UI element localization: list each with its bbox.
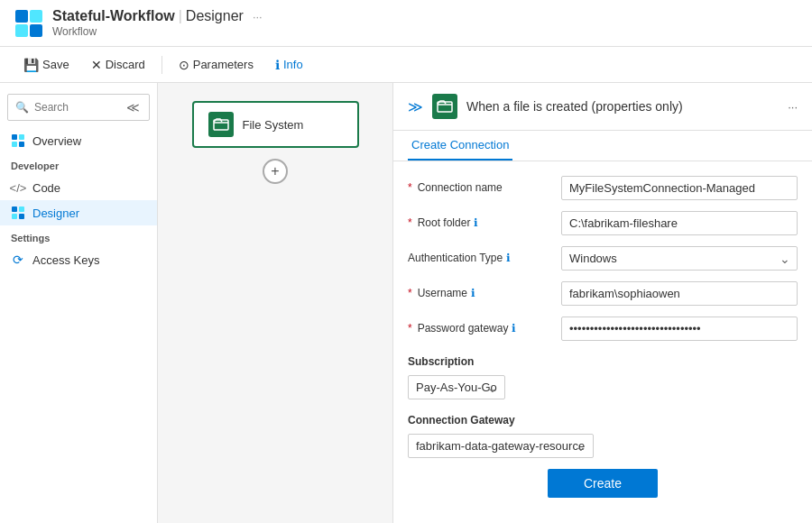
parameters-button[interactable]: ⊙ Parameters: [170, 54, 263, 76]
designer-icon: [11, 206, 25, 220]
svg-rect-9: [19, 206, 24, 212]
auth-type-field: Windows Basic: [561, 246, 798, 271]
username-field: [561, 281, 798, 306]
subscription-select[interactable]: Pay-As-You-Go: [408, 375, 505, 399]
parameters-icon: ⊙: [179, 58, 189, 72]
password-info-icon[interactable]: ℹ: [512, 322, 516, 335]
app-name: Stateful-Workflow: [52, 8, 175, 24]
password-input[interactable]: [561, 317, 798, 341]
form-row-gateway: Connection Gateway fabrikam-data-gateway…: [408, 410, 798, 458]
username-info-icon[interactable]: ℹ: [471, 287, 475, 299]
canvas-area: File System +: [158, 83, 392, 523]
app-title-group: Stateful-Workflow | Designer ··· Workflo…: [52, 8, 263, 38]
auth-type-select[interactable]: Windows Basic: [561, 246, 798, 271]
canvas-node-label: File System: [243, 118, 304, 132]
svg-rect-11: [19, 214, 24, 219]
password-label: * Password gateway ℹ: [408, 317, 552, 335]
search-box[interactable]: 🔍 ≪: [7, 94, 150, 121]
info-icon: ℹ: [275, 58, 280, 72]
panel-header-menu[interactable]: ···: [788, 100, 798, 114]
app-header: Stateful-Workflow | Designer ··· Workflo…: [0, 0, 812, 47]
subscription-section-label: Subscription: [408, 355, 474, 368]
panel-header-title: When a file is created (properties only): [466, 99, 779, 114]
panel-header-icon: [432, 94, 457, 119]
developer-section: Developer: [0, 153, 157, 175]
app-section: Designer: [186, 8, 244, 24]
toolbar-separator: [161, 56, 162, 74]
form-row-username: * Username ℹ: [408, 281, 798, 306]
gateway-field: fabrikam-data-gateway-resource: [408, 434, 594, 458]
file-system-node-icon: [208, 112, 234, 137]
panel-expand-icon[interactable]: ≫: [408, 98, 423, 115]
save-button[interactable]: 💾 Save: [14, 54, 78, 76]
username-label: * Username ℹ: [408, 281, 552, 299]
form-row-password: * Password gateway ℹ: [408, 317, 798, 341]
add-step-button[interactable]: +: [263, 159, 288, 184]
overview-label: Overview: [32, 134, 81, 148]
app-logo: [14, 9, 43, 38]
connection-name-label: * Connection name: [408, 176, 552, 194]
auth-type-label: Authentication Type ℹ: [408, 246, 552, 264]
app-subtitle: Workflow: [52, 25, 97, 38]
code-icon: </>: [11, 180, 25, 195]
search-icon: 🔍: [15, 101, 29, 114]
root-folder-label: * Root folder ℹ: [408, 211, 552, 229]
svg-rect-5: [19, 134, 24, 140]
add-icon: +: [271, 163, 279, 179]
root-folder-info-icon[interactable]: ℹ: [474, 216, 478, 229]
auth-type-info-icon[interactable]: ℹ: [506, 252, 511, 264]
access-keys-label: Access Keys: [32, 253, 99, 267]
form-row-connection-name: * Connection name: [408, 176, 798, 200]
info-button[interactable]: ℹ Info: [266, 54, 312, 76]
title-divider: |: [179, 8, 182, 24]
svg-rect-0: [15, 10, 28, 23]
root-folder-field: [561, 211, 798, 235]
subscription-field: Pay-As-You-Go: [408, 375, 505, 399]
panel-body: * Connection name * Root folder ℹ: [393, 161, 812, 523]
tab-create-connection[interactable]: Create Connection: [408, 131, 512, 161]
svg-rect-10: [12, 214, 17, 219]
svg-rect-3: [30, 24, 42, 37]
save-icon: 💾: [23, 58, 39, 72]
panel-tabs: Create Connection: [393, 131, 812, 161]
root-folder-input[interactable]: [561, 211, 798, 235]
search-input[interactable]: [34, 101, 119, 114]
gateway-select[interactable]: fabrikam-data-gateway-resource: [408, 434, 594, 458]
sidebar: 🔍 ≪ Overview Developer </> Code Designer…: [0, 83, 158, 523]
panel-header: ≫ When a file is created (properties onl…: [393, 83, 812, 131]
code-label: Code: [32, 181, 60, 195]
form-row-root-folder: * Root folder ℹ: [408, 211, 798, 235]
form-row-auth-type: Authentication Type ℹ Windows Basic: [408, 246, 798, 271]
header-dots[interactable]: ···: [253, 10, 263, 23]
connection-name-field: [561, 176, 798, 200]
designer-label: Designer: [32, 206, 79, 220]
gateway-section-label: Connection Gateway: [408, 414, 515, 427]
canvas-node-file-system[interactable]: File System: [192, 101, 359, 148]
collapse-icon[interactable]: ≪: [125, 98, 142, 116]
sidebar-item-overview[interactable]: Overview: [0, 128, 157, 153]
sidebar-item-access-keys[interactable]: ⟳ Access Keys: [0, 247, 157, 272]
sidebar-item-code[interactable]: </> Code: [0, 175, 157, 200]
password-field: [561, 317, 798, 341]
username-input[interactable]: [561, 281, 798, 306]
discard-button[interactable]: ✕ Discard: [82, 54, 154, 76]
connection-name-input[interactable]: [561, 176, 798, 200]
create-button[interactable]: Create: [548, 469, 658, 498]
discard-icon: ✕: [91, 58, 102, 72]
overview-icon: [11, 133, 25, 148]
svg-rect-4: [12, 134, 17, 140]
svg-rect-8: [12, 206, 17, 212]
svg-rect-1: [30, 10, 42, 23]
svg-rect-7: [19, 142, 24, 147]
access-keys-icon: ⟳: [11, 252, 25, 267]
toolbar: 💾 Save ✕ Discard ⊙ Parameters ℹ Info: [0, 47, 812, 83]
sidebar-item-designer[interactable]: Designer: [0, 200, 157, 225]
panel: ≫ When a file is created (properties onl…: [392, 83, 812, 523]
main-layout: 🔍 ≪ Overview Developer </> Code Designer…: [0, 83, 812, 523]
settings-section: Settings: [0, 225, 157, 247]
form-row-subscription: Subscription Pay-As-You-Go: [408, 352, 798, 399]
svg-rect-2: [15, 24, 28, 37]
svg-rect-6: [12, 142, 17, 147]
